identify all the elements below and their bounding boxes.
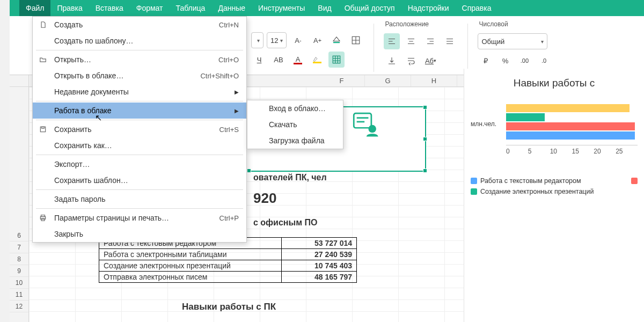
row-num[interactable]: 12: [10, 301, 28, 312]
percent-icon[interactable]: %: [497, 53, 513, 69]
submenu-arrow-icon: ▶: [235, 108, 239, 114]
print-icon: [39, 214, 48, 222]
row-num[interactable]: 8: [10, 253, 28, 265]
file-menu-item[interactable]: Открыть в облаке…Ctrl+Shift+O: [33, 68, 246, 84]
wrap-text-icon[interactable]: [403, 53, 419, 69]
row-num[interactable]: 9: [10, 265, 28, 277]
menu-edit[interactable]: Правка: [50, 0, 89, 16]
menubar: Файл Правка Вставка Формат Таблица Данны…: [10, 0, 644, 16]
table-row[interactable]: Отправка электронных писем48 165 797: [99, 272, 357, 283]
menu-item-label: Создать: [54, 20, 83, 29]
file-menu-item[interactable]: СоздатьCtrl+N: [33, 17, 246, 33]
cloud-submenu: Вход в облако… Скачать Загрузка файла: [247, 100, 343, 149]
resize-handle[interactable]: [423, 105, 427, 109]
col-G[interactable]: G: [365, 75, 411, 86]
align-right-icon[interactable]: [422, 33, 438, 49]
file-menu-item[interactable]: Закрыть: [33, 226, 246, 242]
legend-item: Работа с текстовым редактором: [471, 177, 638, 185]
menu-data[interactable]: Данные: [211, 0, 252, 16]
file-menu-item[interactable]: Создать по шаблону…: [33, 33, 246, 49]
decrease-decimal-icon[interactable]: .00: [516, 53, 532, 69]
submenu-arrow-icon: ▶: [235, 89, 239, 95]
resize-handle[interactable]: [247, 169, 251, 173]
file-menu-item[interactable]: Сохранить как…: [33, 137, 246, 153]
row-num[interactable]: 11: [10, 289, 28, 301]
open-icon: [39, 56, 48, 63]
row-num[interactable]: 6: [10, 230, 28, 241]
submenu-item-download[interactable]: Скачать: [247, 116, 343, 133]
menu-file[interactable]: Файл: [19, 0, 50, 16]
bar-series-4: [506, 104, 630, 112]
chart-xaxis: 0 5 10 15 20 25: [506, 145, 638, 155]
file-menu-item[interactable]: Работа в облаке▶: [33, 103, 246, 119]
text-rotate-icon[interactable]: Аб▾: [422, 53, 438, 69]
align-justify-icon[interactable]: [442, 33, 458, 49]
menu-item-label: Закрыть: [54, 230, 83, 238]
bar-series-1: [506, 131, 635, 140]
menu-shortcut: Ctrl+Shift+O: [200, 72, 239, 80]
font-size-value: 12: [270, 36, 278, 45]
col-F[interactable]: F: [319, 75, 365, 86]
decrease-font-icon[interactable]: A-: [290, 32, 306, 48]
resize-handle[interactable]: [423, 169, 427, 173]
menu-table[interactable]: Таблица: [170, 0, 212, 16]
file-menu-item[interactable]: Открыть…Ctrl+O: [33, 52, 246, 68]
table-row[interactable]: Создание электронных презентаций10 745 4…: [99, 260, 357, 272]
menu-insert[interactable]: Вставка: [89, 0, 130, 16]
menu-tools[interactable]: Инструменты: [252, 0, 311, 16]
font-color-icon[interactable]: A: [290, 52, 306, 68]
align-center-icon[interactable]: [403, 33, 419, 49]
number-format-value: Общий: [481, 38, 504, 46]
chart-bars: [506, 104, 638, 141]
chart-area[interactable]: млн.чел. 0 5 10 15 20 25: [471, 99, 638, 169]
menu-item-label: Сохранить: [54, 125, 92, 134]
currency-icon[interactable]: ₽: [478, 53, 494, 69]
menu-item-label: Открыть в облаке…: [54, 71, 123, 80]
save-icon: [39, 126, 48, 133]
file-menu-item[interactable]: Задать пароль: [33, 191, 246, 207]
file-menu-item[interactable]: Сохранить шаблон…: [33, 172, 246, 188]
menu-help[interactable]: Справка: [456, 0, 498, 16]
menu-format[interactable]: Формат: [130, 0, 170, 16]
row-num[interactable]: 10: [10, 277, 28, 289]
highlight-icon[interactable]: [309, 52, 325, 68]
file-menu-item[interactable]: Экспорт…: [33, 156, 246, 172]
borders-icon[interactable]: [348, 32, 364, 48]
new-icon: [39, 21, 48, 28]
submenu-item-login-cloud[interactable]: Вход в облако…: [247, 100, 343, 116]
menu-shortcut: Ctrl+S: [219, 126, 239, 134]
menu-item-label: Открыть…: [54, 55, 91, 64]
group-number-label: Числовой: [478, 20, 552, 28]
swatch-icon: [471, 178, 477, 184]
menu-view[interactable]: Вид: [311, 0, 338, 16]
increase-decimal-icon[interactable]: .0: [536, 53, 552, 69]
menu-share[interactable]: Общий доступ: [338, 0, 401, 16]
underline-icon[interactable]: Ч: [251, 52, 267, 68]
fill-color-icon[interactable]: [328, 32, 345, 48]
table-style-icon[interactable]: [328, 52, 345, 68]
table-row[interactable]: Работа с электронными таблицами27 240 53…: [99, 249, 357, 260]
number-format-combo[interactable]: Общий▾: [478, 33, 547, 49]
row-num[interactable]: 7: [10, 241, 28, 253]
increase-font-icon[interactable]: A+: [309, 32, 325, 48]
chart-title: Навыки работы с: [471, 77, 638, 89]
submenu-item-upload[interactable]: Загрузка файла: [247, 133, 343, 149]
file-menu-item[interactable]: Параметры страницы и печать…Ctrl+P: [33, 210, 246, 226]
bar-series-2: [506, 122, 635, 130]
menu-item-label: Сохранить как…: [54, 141, 112, 150]
resize-handle[interactable]: [423, 137, 427, 141]
align-left-icon[interactable]: [384, 33, 400, 49]
menu-item-label: Экспорт…: [54, 160, 90, 169]
cell-heading-3: Навыки работы с ПК: [182, 302, 276, 312]
menu-item-label: Параметры страницы и печать…: [54, 214, 169, 222]
chevron-down-icon: ▾: [280, 38, 283, 43]
clear-format-icon[interactable]: AB: [270, 52, 287, 68]
chart-panel: Навыки работы с млн.чел. 0 5 10 15 20 25…: [464, 69, 644, 322]
combo-unknown[interactable]: ▾: [251, 32, 264, 48]
menu-addons[interactable]: Надстройки: [401, 0, 456, 16]
file-menu-item[interactable]: СохранитьCtrl+S: [33, 121, 246, 137]
file-menu-item[interactable]: Недавние документы▶: [33, 84, 246, 100]
col-H[interactable]: H: [411, 75, 457, 86]
font-size-combo[interactable]: 12▾: [267, 32, 287, 48]
valign-bottom-icon[interactable]: [384, 53, 400, 69]
